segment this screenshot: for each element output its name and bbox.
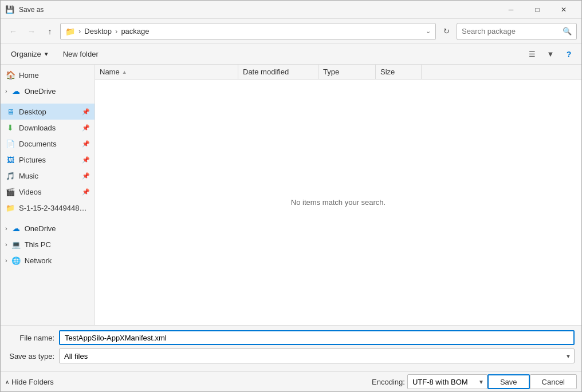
expand-icon-onedrive: › [5, 88, 7, 94]
column-date-header[interactable]: Date modified [238, 65, 318, 79]
column-type-header[interactable]: Type [318, 65, 376, 79]
view-options-button[interactable]: ☰ [524, 46, 540, 62]
pin-icon-pictures: 📌 [82, 156, 90, 164]
hide-folders-button[interactable]: ∧ Hide Folders [5, 378, 54, 386]
address-dropdown-icon[interactable]: ⌄ [426, 27, 431, 35]
column-name-header[interactable]: Name ▲ [95, 65, 238, 79]
action-bar: Organize ▼ New folder ☰ ▼ ? [1, 44, 581, 65]
empty-message: No items match your search. [291, 198, 386, 207]
breadcrumb-sep1: › [78, 27, 81, 35]
chevron-up-icon: ∧ [5, 379, 9, 385]
title-bar-buttons: ─ □ ✕ [498, 1, 577, 19]
sidebar-label-pictures: Pictures [19, 156, 78, 164]
sidebar-item-videos[interactable]: 🎬 Videos 📌 [1, 184, 95, 200]
window-title: Save as [19, 6, 498, 14]
search-icon: 🔍 [563, 27, 572, 35]
sidebar-item-downloads[interactable]: ⬇ Downloads 📌 [1, 120, 95, 136]
maximize-button[interactable]: □ [524, 1, 550, 19]
forward-button[interactable]: → [23, 23, 40, 39]
sidebar-label-onedrive2: OneDrive [25, 224, 90, 233]
breadcrumb-package: package [121, 27, 149, 35]
sidebar-item-documents[interactable]: 📄 Documents 📌 [1, 136, 95, 152]
navigation-toolbar: ← → ↑ 📁 › Desktop › package ⌄ ↻ 🔍 [1, 19, 581, 44]
onedrive-icon: ☁ [11, 86, 21, 96]
sidebar-label-home: Home [19, 71, 90, 80]
sidebar-label-desktop: Desktop [19, 108, 78, 116]
breadcrumb-folder-icon: 📁 [65, 27, 75, 36]
encoding-select[interactable]: UTF-8 UTF-8 with BOM UTF-16 LE UTF-16 BE… [407, 374, 487, 389]
close-button[interactable]: ✕ [550, 1, 577, 19]
main-area: 🏠 Home › ☁ OneDrive 🖥 Desktop 📌 ⬇ Downlo… [1, 65, 581, 325]
thispc-icon: 💻 [11, 239, 21, 250]
file-content-area: Name ▲ Date modified Type Size No items … [95, 65, 581, 325]
new-folder-label: New folder [63, 50, 99, 58]
sidebar-label-documents: Documents [19, 140, 78, 148]
sidebar: 🏠 Home › ☁ OneDrive 🖥 Desktop 📌 ⬇ Downlo… [1, 65, 95, 325]
network-icon: 🌐 [11, 255, 21, 266]
title-bar: 💾 Save as ─ □ ✕ [1, 1, 581, 19]
pin-icon-music: 📌 [82, 172, 90, 180]
file-list: No items match your search. [95, 80, 581, 325]
filename-row: File name: [7, 330, 575, 345]
pin-icon-downloads: 📌 [82, 124, 90, 132]
window-icon: 💾 [5, 5, 14, 14]
bottom-form: File name: Save as type: All files XML f… [1, 325, 581, 371]
encoding-label: Encoding: [372, 378, 405, 386]
desktop-icon: 🖥 [5, 106, 15, 117]
view-dropdown-button[interactable]: ▼ [542, 46, 559, 62]
savetype-label: Save as type: [7, 352, 59, 361]
onedrive2-icon: ☁ [11, 223, 21, 233]
sidebar-item-home[interactable]: 🏠 Home [1, 67, 95, 83]
organize-button[interactable]: Organize ▼ [5, 47, 55, 62]
pin-icon-documents: 📌 [82, 140, 90, 148]
sidebar-label-music: Music [19, 172, 78, 180]
up-button[interactable]: ↑ [42, 23, 58, 39]
sidebar-item-desktop[interactable]: 🖥 Desktop 📌 [1, 104, 95, 120]
save-as-dialog: 💾 Save as ─ □ ✕ ← → ↑ 📁 › Desktop › pack… [0, 0, 582, 392]
home-icon: 🏠 [5, 70, 15, 80]
help-button[interactable]: ? [561, 46, 577, 62]
sidebar-label-sid: S-1-15-2-34494483… [19, 204, 90, 212]
pin-icon-desktop: 📌 [82, 108, 90, 116]
refresh-button[interactable]: ↻ [438, 23, 454, 39]
sidebar-item-thispc[interactable]: › 💻 This PC [1, 236, 95, 252]
search-input[interactable] [462, 27, 560, 35]
back-button[interactable]: ← [5, 23, 21, 39]
filename-label: File name: [7, 334, 59, 342]
sidebar-item-onedrive[interactable]: › ☁ OneDrive [1, 83, 95, 99]
sidebar-item-onedrive2[interactable]: › ☁ OneDrive [1, 220, 95, 236]
column-size-header[interactable]: Size [376, 65, 422, 79]
sidebar-item-sid[interactable]: 📁 S-1-15-2-34494483… [1, 200, 95, 216]
sort-arrow-name: ▲ [122, 69, 127, 75]
downloads-icon: ⬇ [5, 122, 15, 133]
savetype-select[interactable]: All files XML files Text files [59, 349, 575, 363]
organize-dropdown-icon: ▼ [44, 51, 49, 57]
sidebar-label-network: Network [25, 256, 90, 265]
sidebar-label-videos: Videos [19, 188, 78, 196]
cancel-button[interactable]: Cancel [530, 374, 577, 389]
filename-input[interactable] [59, 330, 575, 345]
pin-icon-videos: 📌 [82, 188, 90, 196]
new-folder-button[interactable]: New folder [57, 47, 104, 62]
documents-icon: 📄 [5, 138, 15, 149]
savetype-select-wrapper: All files XML files Text files ▼ [59, 349, 575, 363]
sid-folder-icon: 📁 [5, 203, 15, 213]
address-bar[interactable]: 📁 › Desktop › package ⌄ [60, 23, 436, 40]
organize-label: Organize [11, 50, 41, 58]
search-box: 🔍 [457, 23, 577, 40]
savetype-row: Save as type: All files XML files Text f… [7, 349, 575, 363]
encoding-select-wrapper: UTF-8 UTF-8 with BOM UTF-16 LE UTF-16 BE… [407, 374, 487, 389]
hide-folders-row: ∧ Hide Folders Encoding: UTF-8 UTF-8 wit… [1, 371, 581, 391]
breadcrumb-sep2: › [115, 27, 117, 35]
sidebar-item-network[interactable]: › 🌐 Network [1, 252, 95, 268]
expand-icon-onedrive2: › [5, 225, 7, 232]
sidebar-item-music[interactable]: 🎵 Music 📌 [1, 168, 95, 184]
save-button[interactable]: Save [487, 374, 530, 389]
sidebar-label-downloads: Downloads [19, 124, 78, 132]
expand-icon-network: › [5, 257, 7, 264]
breadcrumb-desktop: Desktop [84, 27, 112, 35]
pictures-icon: 🖼 [5, 155, 15, 165]
minimize-button[interactable]: ─ [498, 1, 524, 19]
sidebar-item-pictures[interactable]: 🖼 Pictures 📌 [1, 152, 95, 168]
music-icon: 🎵 [5, 171, 15, 181]
